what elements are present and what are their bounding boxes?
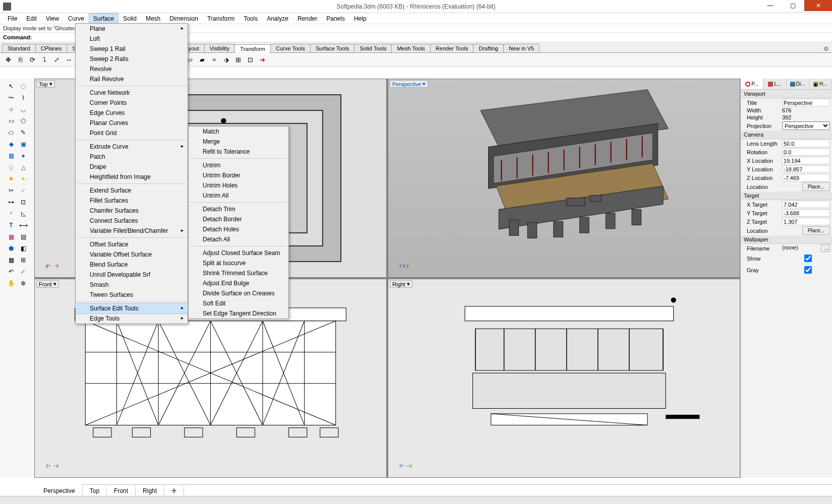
- text-icon[interactable]: T: [6, 220, 17, 231]
- move-icon[interactable]: ✥: [3, 54, 14, 65]
- menu-item-connect-surfaces[interactable]: Connect Surfaces: [76, 216, 188, 226]
- tab-visibility[interactable]: Visibility: [204, 44, 235, 52]
- menu-tools[interactable]: Tools: [239, 13, 262, 24]
- menu-item-set-edge-tangent-direction[interactable]: Set Edge Tangent Direction: [189, 308, 288, 319]
- menu-item-match[interactable]: Match: [189, 127, 288, 137]
- menu-item-planar-curves[interactable]: Planar Curves: [76, 118, 188, 128]
- viewport-label-top[interactable]: Top ▾: [36, 80, 55, 88]
- curve-icon[interactable]: 〜: [6, 92, 17, 103]
- ellipse-icon[interactable]: ⬭: [6, 127, 17, 138]
- browse-button[interactable]: ...: [821, 244, 830, 252]
- star-icon[interactable]: ✦: [18, 173, 29, 184]
- viewport-label-front[interactable]: Front ▾: [36, 280, 59, 288]
- menu-item-untrim-border[interactable]: Untrim Border: [189, 170, 288, 180]
- menu-item-untrim[interactable]: Untrim: [189, 160, 288, 170]
- menu-item-plane[interactable]: Plane: [76, 24, 188, 34]
- menu-item-extend-surface[interactable]: Extend Surface: [76, 185, 188, 196]
- flow-icon[interactable]: ⬗: [221, 54, 231, 65]
- gear-icon[interactable]: ⚙: [823, 45, 829, 52]
- menu-transform[interactable]: Transform: [203, 13, 239, 24]
- minimize-button[interactable]: —: [759, 0, 782, 11]
- show-checkbox[interactable]: [784, 255, 832, 262]
- check-icon[interactable]: ✓: [18, 266, 29, 277]
- scale-icon[interactable]: ⤢: [51, 54, 62, 65]
- menu-item-edge-tools[interactable]: Edge Tools: [76, 313, 188, 324]
- join-icon[interactable]: ⊶: [6, 197, 17, 208]
- menu-item-detach-holes[interactable]: Detach Holes: [189, 224, 288, 234]
- menu-surface[interactable]: Surface: [89, 13, 118, 24]
- chamfer-icon[interactable]: ◺: [18, 208, 29, 219]
- dim-icon[interactable]: ⟷: [18, 220, 29, 231]
- rotate3d-icon[interactable]: ⤵: [39, 54, 50, 65]
- smooth-icon[interactable]: ≈: [209, 54, 219, 65]
- maximize-button[interactable]: ▢: [782, 0, 804, 11]
- fillet-icon[interactable]: ◜: [6, 208, 17, 219]
- undo-icon[interactable]: ↶: [6, 266, 17, 277]
- menu-dimension[interactable]: Dimension: [165, 13, 203, 24]
- menu-view[interactable]: View: [41, 13, 64, 24]
- copy-icon[interactable]: ⎘: [15, 54, 26, 65]
- tab-drafting[interactable]: Drafting: [473, 44, 504, 52]
- menu-curve[interactable]: Curve: [64, 13, 89, 24]
- prop-ytarget-input[interactable]: [782, 209, 830, 217]
- circle-icon[interactable]: ○: [6, 104, 17, 115]
- prop-title-input[interactable]: [782, 99, 830, 106]
- trim-icon[interactable]: ✂: [6, 185, 17, 196]
- menu-help[interactable]: Help: [349, 13, 371, 24]
- polygon-icon[interactable]: ⬠: [18, 115, 29, 127]
- menu-solid[interactable]: Solid: [118, 13, 141, 24]
- prop-projection-select[interactable]: Perspective: [782, 121, 830, 130]
- tab-standard[interactable]: Standard: [2, 44, 36, 52]
- viewport-label-perspective[interactable]: Perspective ▾: [390, 80, 428, 88]
- menu-mesh[interactable]: Mesh: [141, 13, 165, 24]
- menu-panels[interactable]: Panels: [322, 13, 349, 24]
- menu-item-corner-points[interactable]: Corner Points: [76, 98, 188, 108]
- menu-item-curve-network[interactable]: Curve Network: [76, 88, 188, 98]
- viewport-perspective[interactable]: Perspective ▾ z x y: [388, 79, 740, 278]
- menu-item-fillet-surfaces[interactable]: Fillet Surfaces: [76, 196, 188, 206]
- bottom-tab-front[interactable]: Front: [107, 486, 136, 496]
- hand-icon[interactable]: ✋: [6, 278, 17, 289]
- menu-item-refit-to-tolerance[interactable]: Refit to Tolerance: [189, 147, 288, 157]
- cone-icon[interactable]: △: [18, 162, 29, 173]
- split-icon[interactable]: ⟋: [18, 185, 29, 196]
- menu-item-sweep-2-rails[interactable]: Sweep 2 Rails: [76, 54, 188, 64]
- menu-item-variable-offset-surface[interactable]: Variable Offset Surface: [76, 249, 188, 260]
- rect-icon[interactable]: ▭: [6, 115, 17, 127]
- menu-item-tween-surfaces[interactable]: Tween Surfaces: [76, 290, 188, 300]
- prop-rotation-input[interactable]: [782, 148, 830, 156]
- menu-file[interactable]: File: [3, 13, 22, 24]
- sketch-icon[interactable]: ✎: [18, 127, 29, 138]
- tab-surface-tools[interactable]: Surface Tools: [310, 44, 354, 52]
- box-icon[interactable]: ▦: [6, 150, 17, 161]
- prop-ztarget-input[interactable]: [782, 218, 830, 225]
- moveuvn-icon[interactable]: ⊡: [245, 54, 256, 65]
- cylinder-icon[interactable]: ⬯: [6, 162, 17, 173]
- tab-transform[interactable]: Transform: [234, 44, 271, 53]
- prop-yloc-input[interactable]: [782, 165, 830, 173]
- prop-zloc-input[interactable]: [782, 174, 830, 181]
- menu-item-patch[interactable]: Patch: [76, 152, 188, 162]
- menu-item-chamfer-surfaces[interactable]: Chamfer Surfaces: [76, 206, 188, 216]
- bottom-tab-top[interactable]: Top: [83, 486, 107, 496]
- viewport-right[interactable]: Right ▾ z↑ →y: [388, 279, 740, 478]
- surface-icon[interactable]: ◆: [6, 139, 17, 150]
- menu-edit[interactable]: Edit: [22, 13, 41, 24]
- group-icon[interactable]: ⊡: [18, 197, 29, 208]
- menu-item-heightfield-from-image[interactable]: Heightfield from Image: [76, 172, 188, 182]
- shade-icon[interactable]: ◧: [18, 243, 29, 254]
- menu-item-revolve[interactable]: Revolve: [76, 64, 188, 74]
- place-target-button[interactable]: Place...: [802, 226, 830, 235]
- place-camera-button[interactable]: Place...: [802, 182, 830, 191]
- menu-item-untrim-all[interactable]: Untrim All: [189, 191, 288, 201]
- menu-item-divide-surface-on-creases[interactable]: Divide Surface on Creases: [189, 288, 288, 298]
- tab-solid-tools[interactable]: Solid Tools: [354, 44, 392, 52]
- close-button[interactable]: ✕: [804, 0, 832, 11]
- menu-item-shrink-trimmed-surface[interactable]: Shrink Trimmed Surface: [189, 268, 288, 278]
- menu-analyze[interactable]: Analyze: [262, 13, 293, 24]
- tab-cplanes[interactable]: CPlanes: [35, 44, 68, 52]
- menu-item-rail-revolve[interactable]: Rail Revolve: [76, 74, 188, 84]
- menu-item-loft[interactable]: Loft: [76, 34, 188, 44]
- menu-render[interactable]: Render: [293, 13, 322, 24]
- prop-xloc-input[interactable]: [782, 157, 830, 164]
